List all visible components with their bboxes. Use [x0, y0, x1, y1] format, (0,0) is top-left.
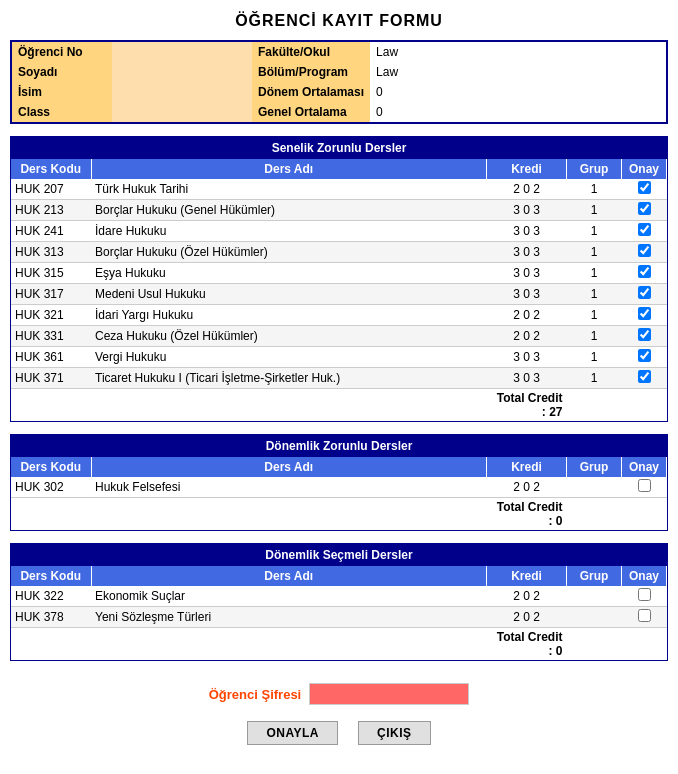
- label-isim: İsim: [12, 82, 112, 102]
- cell-grup: 1: [567, 368, 622, 389]
- col-header-ders-kodu: Ders Kodu: [11, 457, 91, 477]
- col-header-grup: Grup: [567, 159, 622, 179]
- page-title: ÖĞRENCİ KAYIT FORMU: [0, 0, 678, 40]
- cell-grup: 1: [567, 305, 622, 326]
- checkbox-onay[interactable]: [638, 244, 651, 257]
- checkbox-onay[interactable]: [638, 265, 651, 278]
- checkbox-onay[interactable]: [638, 307, 651, 320]
- label-soyadi: Soyadı: [12, 62, 112, 82]
- input-ogrenci-no[interactable]: [112, 42, 252, 62]
- cell-ad: İdari Yargı Hukuku: [91, 305, 487, 326]
- cell-onay[interactable]: [622, 305, 667, 326]
- label-fakulte: Fakülte/Okul: [252, 42, 370, 62]
- table-row: HUK 331Ceza Hukuku (Özel Hükümler)2 0 21: [11, 326, 667, 347]
- confirm-button[interactable]: ONAYLA: [247, 721, 338, 745]
- table-row: HUK 322Ekonomik Suçlar2 0 2: [11, 586, 667, 607]
- footer-section: Öğrenci Şifresi ONAYLA ÇIKIŞ: [0, 673, 678, 755]
- checkbox-onay[interactable]: [638, 588, 651, 601]
- col-header-onay: Onay: [622, 566, 667, 586]
- checkbox-onay[interactable]: [638, 202, 651, 215]
- exit-button[interactable]: ÇIKIŞ: [358, 721, 431, 745]
- cell-onay[interactable]: [622, 586, 667, 607]
- table-row: HUK 207Türk Hukuk Tarihi2 0 21: [11, 179, 667, 200]
- cell-kredi: 3 0 3: [487, 347, 567, 368]
- cell-ad: Vergi Hukuku: [91, 347, 487, 368]
- cell-kod: HUK 302: [11, 477, 91, 498]
- class-field[interactable]: [118, 105, 238, 119]
- input-class[interactable]: [112, 102, 252, 122]
- cell-kredi: 2 0 2: [487, 477, 567, 498]
- cell-kredi: 3 0 3: [487, 263, 567, 284]
- cell-onay[interactable]: [622, 368, 667, 389]
- checkbox-onay[interactable]: [638, 609, 651, 622]
- checkbox-onay[interactable]: [638, 223, 651, 236]
- password-row: Öğrenci Şifresi: [0, 683, 678, 705]
- total-credit-cell: Total Credit : 27: [487, 389, 567, 422]
- label-class: Class: [12, 102, 112, 122]
- cell-onay[interactable]: [622, 347, 667, 368]
- password-input[interactable]: [309, 683, 469, 705]
- cell-ad: Borçlar Hukuku (Özel Hükümler): [91, 242, 487, 263]
- cell-kod: HUK 315: [11, 263, 91, 284]
- ogrenci-no-field[interactable]: [118, 45, 238, 59]
- checkbox-onay[interactable]: [638, 328, 651, 341]
- cell-kod: HUK 207: [11, 179, 91, 200]
- cell-ad: Ceza Hukuku (Özel Hükümler): [91, 326, 487, 347]
- col-header-grup: Grup: [567, 566, 622, 586]
- label-genel: Genel Ortalama: [252, 102, 370, 122]
- cell-kredi: 3 0 3: [487, 200, 567, 221]
- cell-ad: Türk Hukuk Tarihi: [91, 179, 487, 200]
- section-donemlik: Dönemlik Zorunlu DerslerDers KoduDers Ad…: [10, 434, 668, 531]
- input-isim[interactable]: [112, 82, 252, 102]
- section-senelik: Senelik Zorunlu DerslerDers KoduDers Adı…: [10, 136, 668, 422]
- cell-grup: [567, 477, 622, 498]
- cell-grup: [567, 586, 622, 607]
- col-header-ders-adı: Ders Adı: [91, 457, 487, 477]
- cell-onay[interactable]: [622, 477, 667, 498]
- cell-onay[interactable]: [622, 284, 667, 305]
- cell-ad: Hukuk Felsefesi: [91, 477, 487, 498]
- cell-grup: 1: [567, 347, 622, 368]
- cell-onay[interactable]: [622, 242, 667, 263]
- cell-grup: 1: [567, 200, 622, 221]
- table-row: HUK 321İdari Yargı Hukuku2 0 21: [11, 305, 667, 326]
- section-title-senelik: Senelik Zorunlu Dersler: [11, 137, 667, 159]
- cell-grup: 1: [567, 221, 622, 242]
- label-donem: Dönem Ortalaması: [252, 82, 370, 102]
- cell-kredi: 2 0 2: [487, 607, 567, 628]
- col-header-onay: Onay: [622, 457, 667, 477]
- cell-kod: HUK 317: [11, 284, 91, 305]
- cell-onay[interactable]: [622, 200, 667, 221]
- sections-container: Senelik Zorunlu DerslerDers KoduDers Adı…: [0, 136, 678, 661]
- checkbox-onay[interactable]: [638, 370, 651, 383]
- table-row: HUK 371Ticaret Hukuku I (Ticari İşletme-…: [11, 368, 667, 389]
- cell-ad: İdare Hukuku: [91, 221, 487, 242]
- checkbox-onay[interactable]: [638, 349, 651, 362]
- label-ogrenci-no: Öğrenci No: [12, 42, 112, 62]
- total-row: Total Credit : 27: [11, 389, 667, 422]
- soyadi-field[interactable]: [118, 65, 238, 79]
- total-row: Total Credit : 0: [11, 628, 667, 661]
- cell-onay[interactable]: [622, 607, 667, 628]
- checkbox-onay[interactable]: [638, 181, 651, 194]
- input-soyadi[interactable]: [112, 62, 252, 82]
- cell-onay[interactable]: [622, 263, 667, 284]
- cell-ad: Ekonomik Suçlar: [91, 586, 487, 607]
- cell-kredi: 3 0 3: [487, 284, 567, 305]
- cell-ad: Medeni Usul Hukuku: [91, 284, 487, 305]
- table-row: HUK 213Borçlar Hukuku (Genel Hükümler)3 …: [11, 200, 667, 221]
- cell-kredi: 2 0 2: [487, 305, 567, 326]
- cell-onay[interactable]: [622, 326, 667, 347]
- checkbox-onay[interactable]: [638, 286, 651, 299]
- cell-onay[interactable]: [622, 179, 667, 200]
- isim-field[interactable]: [118, 85, 238, 99]
- checkbox-onay[interactable]: [638, 479, 651, 492]
- col-header-ders-kodu: Ders Kodu: [11, 566, 91, 586]
- col-header-ders-adı: Ders Adı: [91, 159, 487, 179]
- cell-ad: Yeni Sözleşme Türleri: [91, 607, 487, 628]
- table-row: HUK 361Vergi Hukuku3 0 31: [11, 347, 667, 368]
- cell-kod: HUK 331: [11, 326, 91, 347]
- col-header-kredi: Kredi: [487, 457, 567, 477]
- value-fakulte: Law: [370, 42, 666, 62]
- cell-onay[interactable]: [622, 221, 667, 242]
